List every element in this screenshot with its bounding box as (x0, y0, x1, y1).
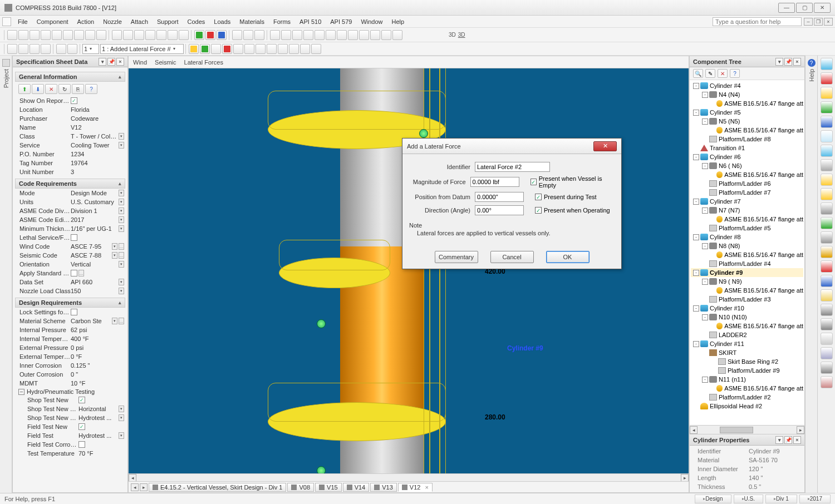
menu-api-510[interactable]: API 510 (295, 17, 326, 26)
menu-codes[interactable]: Codes (183, 17, 210, 26)
property-row[interactable]: Nozzle Load Class150▾ (15, 286, 125, 295)
toolbar-button[interactable] (303, 30, 313, 40)
doc-tab[interactable]: V15 (315, 483, 342, 492)
property-row[interactable]: Shop Test New✓ (15, 396, 125, 404)
checkbox[interactable] (71, 270, 77, 276)
property-row[interactable]: Outer Corrosion0 " (15, 370, 125, 379)
toolbar-button[interactable] (156, 30, 166, 40)
menu-file[interactable]: File (13, 17, 32, 26)
property-row[interactable]: Lock Settings for Indivi... (15, 308, 125, 317)
property-row[interactable]: Seismic CodeASCE 7-88▾… (15, 251, 125, 260)
dropdown-button[interactable]: ▾ (119, 432, 124, 439)
tree-expander[interactable]: - (702, 243, 708, 249)
toolbar-button[interactable] (370, 30, 380, 40)
tree-edit-button[interactable]: ✎ (705, 69, 715, 78)
toolbar-button[interactable] (74, 30, 84, 40)
menu-support[interactable]: Support (153, 17, 183, 26)
dropdown-button[interactable]: ▾ (119, 142, 124, 149)
direction-input[interactable] (475, 205, 524, 215)
panel-pin-button[interactable]: 📌 (107, 58, 115, 66)
tree-item[interactable]: ASME B16.5/16.47 flange att (691, 215, 803, 224)
toolbar-button[interactable] (7, 44, 17, 54)
toolbar-button[interactable] (18, 44, 28, 54)
tree-item[interactable]: Platform/Ladder #3 (691, 295, 803, 304)
property-row[interactable]: UnitsU.S. Customary▾ (15, 197, 125, 206)
tree-expander[interactable]: - (693, 110, 699, 116)
dropdown-button[interactable]: ▾ (119, 406, 124, 412)
dropdown-button[interactable]: ▾ (119, 261, 124, 268)
dock-component-icon[interactable] (821, 275, 833, 287)
dock-component-icon[interactable] (821, 333, 833, 345)
toolbar-button[interactable] (211, 44, 221, 54)
tree-item[interactable]: -Cylinder #9 (691, 268, 803, 277)
tree-item[interactable]: LADDER2 (691, 330, 803, 339)
mdi-minimize[interactable]: – (804, 18, 813, 26)
toolbar-button[interactable] (30, 44, 40, 54)
status-segment[interactable]: U.S. (734, 495, 763, 503)
dock-component-icon[interactable] (821, 87, 833, 99)
tree-item[interactable]: ASME B16.5/16.47 flange att (691, 286, 803, 295)
tree-help-button[interactable]: ? (730, 69, 740, 78)
tree-item[interactable]: Platform/Ladder #2 (691, 393, 803, 402)
menu-component[interactable]: Component (32, 17, 73, 26)
help-search-input[interactable] (713, 17, 802, 26)
tree-item[interactable]: Platform/Ladder #6 (691, 179, 803, 188)
menu-nozzle[interactable]: Nozzle (99, 17, 126, 26)
toolbar-button[interactable] (168, 30, 178, 40)
dropdown-button[interactable]: ▾ (119, 133, 124, 140)
property-row[interactable]: MDMT10 °F (15, 379, 125, 388)
dock-component-icon[interactable] (821, 362, 833, 374)
tree-scrollbar[interactable]: ◂▸ (690, 425, 804, 434)
property-row[interactable]: Field TestHydrotest ...▾ (15, 431, 125, 440)
identifier-input[interactable] (475, 162, 550, 172)
toolbar-button[interactable] (194, 30, 204, 40)
app-menu-icon[interactable] (2, 17, 11, 26)
property-row[interactable]: NameV12 (15, 123, 125, 132)
tree-item[interactable]: -N6 ( N6) (691, 161, 803, 170)
doc-tab[interactable]: E4.15.2 - Vertical Vessel, Skirt Design … (149, 483, 286, 492)
dock-component-icon[interactable] (821, 217, 833, 229)
checkbox[interactable]: ✓ (78, 423, 85, 430)
checkbox[interactable] (78, 441, 85, 448)
panel-menu-button[interactable]: ▾ (775, 436, 783, 444)
property-row[interactable]: Shop Test New Ori...Horizontal▾ (15, 404, 125, 413)
property-row[interactable]: Apply Standard No...… (15, 269, 125, 278)
panel-menu-button[interactable]: ▾ (99, 58, 106, 66)
tree-item[interactable]: -N8 (N8) (691, 241, 803, 250)
property-row[interactable]: Field Test Corroded (15, 440, 125, 449)
checkbox[interactable] (71, 309, 77, 315)
view-3d-underline-toggle[interactable]: 3D (458, 32, 465, 38)
right-dock-tab[interactable]: ? Help (805, 56, 817, 493)
dock-component-icon[interactable] (821, 72, 833, 85)
toolbar-button[interactable] (63, 30, 73, 40)
ellipsis-button[interactable]: … (119, 318, 124, 324)
ellipsis-button[interactable]: … (119, 252, 124, 259)
position-input[interactable] (475, 192, 524, 202)
history-index-combo[interactable]: 1▾ (82, 44, 99, 54)
tree-item[interactable]: ASME B16.5/16.47 flange att (691, 322, 803, 330)
property-row[interactable]: Wind CodeASCE 7-95▾… (15, 242, 125, 251)
panel-pin-button[interactable]: 📌 (784, 436, 792, 444)
tree-delete-button[interactable]: ✕ (718, 69, 728, 78)
toolbar-button[interactable] (254, 30, 264, 40)
tree-item[interactable]: -N10 (N10) (691, 313, 803, 322)
dropdown-button[interactable]: ▾ (119, 190, 124, 196)
dock-component-icon[interactable] (821, 260, 833, 273)
checkbox[interactable]: ✓ (78, 397, 85, 403)
commentary-button[interactable]: Commentary (435, 251, 478, 263)
property-row[interactable]: ServiceCooling Tower▾ (15, 141, 125, 150)
checkbox[interactable]: ✓ (71, 97, 77, 104)
toolbar-button[interactable] (217, 30, 227, 40)
down-button[interactable]: ⬇ (32, 84, 44, 94)
history-combo[interactable]: 1 : Added Lateral Force #▾ (100, 44, 184, 54)
dialog-close-button[interactable]: ✕ (593, 141, 617, 151)
checkbox[interactable] (71, 234, 77, 241)
tree-item[interactable]: -N11 (n11) (691, 375, 803, 384)
dock-component-icon[interactable] (821, 58, 833, 70)
doc-tab[interactable]: V12× (398, 483, 433, 492)
tree-expander[interactable]: - (702, 163, 708, 169)
dock-component-icon[interactable] (821, 101, 833, 113)
toolbar-button[interactable] (311, 44, 321, 54)
toolbar-button[interactable] (18, 30, 28, 40)
property-row[interactable]: Unit Number3 (15, 167, 125, 176)
